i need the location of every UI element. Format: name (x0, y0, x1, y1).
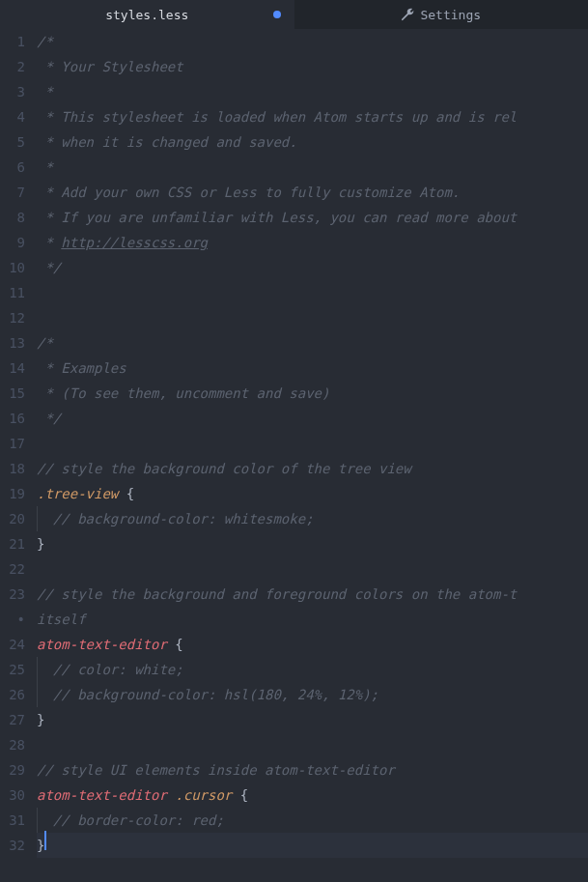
code-line[interactable]: */ (37, 406, 588, 431)
line-number[interactable]: 15 (0, 381, 25, 406)
code-line[interactable]: // border-color: red; (37, 808, 588, 833)
code-line[interactable]: * This stylesheet is loaded when Atom st… (37, 104, 588, 129)
line-number[interactable]: 23 (0, 582, 25, 607)
line-number[interactable]: 26 (0, 682, 25, 707)
code-line[interactable] (37, 556, 588, 582)
code-line[interactable]: // background-color: whitesmoke; (37, 506, 588, 531)
line-number[interactable]: 2 (0, 54, 25, 79)
line-number[interactable]: 30 (0, 782, 25, 808)
code-line[interactable]: * Your Stylesheet (37, 54, 588, 79)
line-number[interactable]: 13 (0, 330, 25, 356)
code-line[interactable]: * If you are unfamiliar with Less, you c… (37, 205, 588, 230)
code-line[interactable]: /* (37, 29, 588, 54)
code-line[interactable]: * (37, 155, 588, 180)
code-line[interactable]: atom-text-editor .cursor { (37, 782, 588, 808)
line-number[interactable]: 10 (0, 255, 25, 280)
tab-bar: styles.less Settings (0, 0, 588, 29)
line-number[interactable]: 24 (0, 632, 25, 657)
line-number[interactable]: 22 (0, 556, 25, 582)
line-number[interactable]: 29 (0, 757, 25, 782)
tab-label: styles.less (105, 8, 188, 22)
line-number[interactable]: 25 (0, 657, 25, 682)
code-line[interactable] (37, 431, 588, 456)
tab-label: Settings (420, 8, 481, 22)
code-line[interactable]: // style the background and foreground c… (37, 582, 588, 607)
code-line[interactable]: atom-text-editor { (37, 632, 588, 657)
line-number-gutter[interactable]: 1234567891011121314151617181920212223•24… (0, 29, 37, 882)
code-line[interactable]: * when it is changed and saved. (37, 129, 588, 155)
code-line[interactable]: // background-color: hsl(180, 24%, 12%); (37, 682, 588, 707)
line-number[interactable]: 11 (0, 280, 25, 305)
line-number[interactable]: 21 (0, 531, 25, 556)
code-line[interactable]: */ (37, 255, 588, 280)
code-line[interactable]: .tree-view { (37, 481, 588, 506)
code-line[interactable]: } (37, 531, 588, 556)
code-line[interactable]: // color: white; (37, 657, 588, 682)
code-line[interactable]: // style UI elements inside atom-text-ed… (37, 757, 588, 782)
line-number[interactable]: 27 (0, 707, 25, 732)
line-number[interactable]: 20 (0, 506, 25, 531)
line-number[interactable]: 1 (0, 29, 25, 54)
wrench-icon (401, 8, 414, 21)
line-number[interactable]: 18 (0, 456, 25, 481)
code-line[interactable]: // style the background color of the tre… (37, 456, 588, 481)
code-line[interactable]: /* (37, 330, 588, 356)
code-line[interactable]: * Examples (37, 356, 588, 381)
line-number[interactable]: 3 (0, 79, 25, 104)
code-line[interactable]: * (37, 79, 588, 104)
line-number[interactable]: 6 (0, 155, 25, 180)
code-line[interactable]: } (37, 833, 588, 858)
line-number[interactable]: 14 (0, 356, 25, 381)
code-area[interactable]: /* * Your Stylesheet * * This stylesheet… (37, 29, 588, 882)
line-number[interactable]: • (0, 607, 25, 632)
text-cursor (44, 831, 46, 850)
line-number[interactable]: 4 (0, 104, 25, 129)
line-number[interactable]: 9 (0, 230, 25, 255)
line-number[interactable]: 19 (0, 481, 25, 506)
line-number[interactable]: 17 (0, 431, 25, 456)
line-number[interactable]: 31 (0, 808, 25, 833)
line-number[interactable]: 7 (0, 180, 25, 205)
line-number[interactable]: 32 (0, 833, 25, 858)
line-number[interactable]: 8 (0, 205, 25, 230)
code-editor[interactable]: 1234567891011121314151617181920212223•24… (0, 29, 588, 882)
line-number[interactable]: 12 (0, 305, 25, 330)
code-line[interactable]: * (To see them, uncomment and save) (37, 381, 588, 406)
code-line[interactable]: * http://lesscss.org (37, 230, 588, 255)
tab-settings[interactable]: Settings (294, 0, 589, 29)
tab-styles-less[interactable]: styles.less (0, 0, 294, 29)
code-line[interactable] (37, 280, 588, 305)
code-line[interactable]: } (37, 707, 588, 732)
line-number[interactable]: 5 (0, 129, 25, 155)
line-number[interactable]: 28 (0, 732, 25, 757)
code-line[interactable] (37, 732, 588, 757)
code-line[interactable]: * Add your own CSS or Less to fully cust… (37, 180, 588, 205)
modified-indicator-icon (273, 11, 281, 18)
code-line[interactable]: itself (37, 607, 588, 632)
code-line[interactable] (37, 305, 588, 330)
line-number[interactable]: 16 (0, 406, 25, 431)
